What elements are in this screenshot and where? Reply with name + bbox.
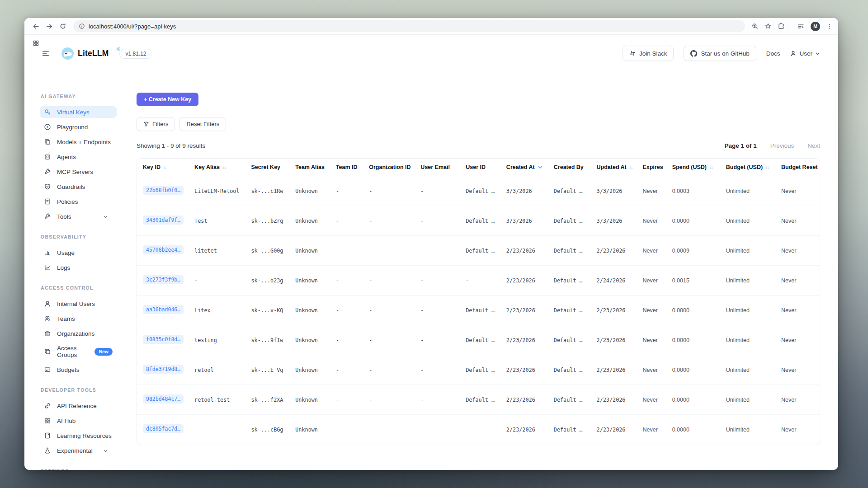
sidebar-toggle-icon[interactable] xyxy=(42,49,50,57)
sidebar-item-guardrails[interactable]: Guardrails xyxy=(40,181,117,192)
sidebar-item-mcp-servers[interactable]: MCP Servers xyxy=(40,166,117,178)
sidebar-item-access-groups[interactable]: Access GroupsNew xyxy=(40,343,117,361)
sort-icon[interactable]: ↑↓ xyxy=(222,165,226,170)
media-controls-icon[interactable] xyxy=(797,23,805,30)
column-header-key_id[interactable]: Key ID↑↓ xyxy=(137,159,189,176)
address-bar[interactable]: localhost:4000/ui/?page=api-keys xyxy=(73,20,745,32)
cell-user_id: - xyxy=(460,415,500,445)
cell-secret_key: sk-...v-KQ xyxy=(245,296,289,325)
cell-created_at: 3/3/2026 xyxy=(500,176,548,206)
cell-user_id: Default … xyxy=(460,296,500,325)
cell-created_by: Default … xyxy=(548,355,591,385)
cell-budget: Unlimited xyxy=(720,385,775,415)
sidebar-item-logs[interactable]: Logs xyxy=(40,262,117,273)
key-id-link[interactable]: 982bd484c7… xyxy=(143,394,184,404)
sidebar-item-tools[interactable]: Tools xyxy=(40,211,117,222)
sort-icon[interactable]: ↑↓ xyxy=(629,165,633,170)
sidebar-item-usage[interactable]: Usage xyxy=(40,247,117,258)
cell-key_id: 34301daf9f… xyxy=(137,206,189,236)
key-id-link[interactable]: f0835c0f8d… xyxy=(143,335,184,344)
column-header-created_at[interactable]: Created At xyxy=(500,159,548,176)
menu-kebab-icon[interactable] xyxy=(826,23,833,30)
key-id-link[interactable]: aa36bad046… xyxy=(143,305,184,314)
shield-icon xyxy=(44,183,51,190)
sort-icon[interactable]: ↑↓ xyxy=(765,165,769,170)
zoom-icon[interactable] xyxy=(751,23,759,30)
cell-key_id: aa36bad046… xyxy=(137,296,189,325)
sidebar-item-teams[interactable]: Teams xyxy=(40,313,117,324)
next-page-button[interactable]: Next xyxy=(807,142,820,149)
sidebar-item-internal-users[interactable]: Internal Users xyxy=(40,298,117,310)
sidebar-item-organizations[interactable]: Organizations xyxy=(40,328,117,339)
column-header-key_alias[interactable]: Key Alias↑↓ xyxy=(189,159,245,176)
cell-organization_id: - xyxy=(363,355,415,385)
sidebar-item-policies[interactable]: Policies xyxy=(40,196,117,207)
brand[interactable]: LiteLLM xyxy=(61,47,108,60)
bookmark-star-icon[interactable] xyxy=(764,23,772,30)
key-id-link[interactable]: 45708b2ee4… xyxy=(143,245,184,254)
key-id-link[interactable]: 34301daf9f… xyxy=(143,216,184,225)
star-github-button[interactable]: Star us on GitHub xyxy=(684,46,756,61)
cell-spend: 0.0000 xyxy=(666,296,720,325)
previous-page-button[interactable]: Previous xyxy=(770,142,794,149)
column-header-created_by: Created By xyxy=(548,159,591,176)
sidebar-item-models-endpoints[interactable]: Models + Endpoints xyxy=(40,136,117,148)
cell-created_by: Default … xyxy=(548,206,591,236)
create-new-key-button[interactable]: + Create New Key xyxy=(137,93,198,106)
extensions-icon[interactable] xyxy=(778,23,785,30)
filters-button[interactable]: Filters xyxy=(137,117,175,131)
sort-desc-icon[interactable] xyxy=(538,164,543,170)
sidebar-item-agents[interactable]: Agents xyxy=(40,151,117,163)
sidebar-item-label: Playground xyxy=(57,124,88,131)
cell-spend: 0.0015 xyxy=(666,266,720,296)
back-icon[interactable] xyxy=(30,20,42,32)
wrench-icon xyxy=(44,213,51,220)
sort-icon[interactable]: ↑↓ xyxy=(163,165,167,170)
column-header-updated_at[interactable]: Updated At↑↓ xyxy=(591,159,637,176)
site-info-icon[interactable] xyxy=(79,23,85,29)
sidebar-item-ai-hub[interactable]: AI Hub xyxy=(40,415,117,427)
docs-link[interactable]: Docs xyxy=(766,50,780,57)
sidebar-item-label: API Reference xyxy=(57,403,97,409)
cell-team_id: - xyxy=(330,236,363,266)
cell-spend: 0.0000 xyxy=(666,355,720,385)
reset-filters-button[interactable]: Reset Filters xyxy=(179,117,226,131)
key-id-link[interactable]: 8fde3719d8… xyxy=(143,365,184,374)
cell-team_id: - xyxy=(330,206,363,236)
column-header-spend[interactable]: Spend (USD)↑↓ xyxy=(666,159,720,176)
cell-secret_key: sk-...o23g xyxy=(245,266,289,296)
key-id-link[interactable]: dc805fac7d… xyxy=(143,424,184,433)
cell-team_id: - xyxy=(330,325,363,355)
cell-key_alias: Test xyxy=(189,206,245,236)
side-panel-grid-icon[interactable] xyxy=(33,40,39,48)
sparkle-icon xyxy=(116,45,121,53)
sidebar-item-playground[interactable]: Playground xyxy=(40,121,117,133)
key-id-link[interactable]: 3c273f3f9b… xyxy=(143,275,184,284)
reload-icon[interactable] xyxy=(57,20,69,32)
forward-icon[interactable] xyxy=(43,20,55,32)
layers-icon xyxy=(44,348,51,355)
cell-updated_at: 3/3/2026 xyxy=(591,206,637,236)
sidebar-item-api-reference[interactable]: API Reference xyxy=(40,400,117,412)
user-menu[interactable]: User xyxy=(790,50,820,57)
cell-secret_key: sk-...cBGg xyxy=(245,415,289,445)
users-icon xyxy=(44,315,51,322)
flask-icon xyxy=(44,447,51,454)
sidebar-item-label: Learning Resources xyxy=(57,432,112,439)
sidebar-item-virtual-keys[interactable]: Virtual Keys xyxy=(40,106,117,118)
column-header-budget[interactable]: Budget (USD)↑↓ xyxy=(720,159,775,176)
cell-updated_at: 3/3/2026 xyxy=(591,176,637,206)
profile-avatar[interactable]: M xyxy=(811,22,820,31)
cell-expires: Never xyxy=(637,206,666,236)
join-slack-button[interactable]: Join Slack xyxy=(623,46,674,61)
sidebar-item-budgets[interactable]: Budgets xyxy=(40,364,117,375)
sidebar-item-experimental[interactable]: Experimental xyxy=(40,445,117,456)
sort-icon[interactable]: ↑↓ xyxy=(709,165,713,170)
link-icon xyxy=(44,402,51,409)
sidebar-item-learning-resources[interactable]: Learning Resources xyxy=(40,430,117,441)
sidebar-item-label: Tools xyxy=(57,213,71,220)
table-header-row: Key ID↑↓Key Alias↑↓Secret KeyTeam AliasT… xyxy=(137,159,820,176)
cell-key_id: dc805fac7d… xyxy=(137,415,189,445)
key-id-link[interactable]: 22b68fb0f0… xyxy=(143,186,184,195)
cell-updated_at: 2/23/2026 xyxy=(591,355,637,385)
